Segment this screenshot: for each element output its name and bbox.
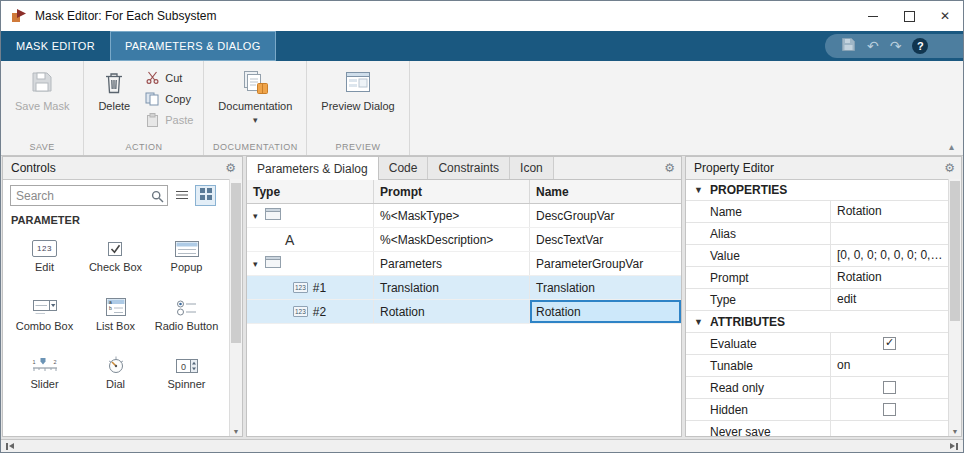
quick-save-icon[interactable] xyxy=(841,37,856,56)
palette-item-list-box[interactable]: a b List Box xyxy=(83,292,149,333)
ribbon-spacer: ▴ xyxy=(410,61,963,155)
property-row-alias: Alias xyxy=(686,223,948,245)
grid-view-button[interactable] xyxy=(195,185,216,206)
hidden-checkbox[interactable] xyxy=(883,403,896,416)
evaluate-checkbox[interactable]: ✓ xyxy=(883,337,896,350)
palette-item-radio-button[interactable]: Radio Button xyxy=(154,292,220,333)
parameter-section-label: PARAMETER xyxy=(3,209,242,227)
expander-icon[interactable]: ▾ xyxy=(253,259,265,269)
svg-text:b: b xyxy=(109,304,112,310)
save-mask-button[interactable]: Save Mask xyxy=(7,64,77,140)
tab-parameters-and-dialog[interactable]: PARAMETERS & DIALOG xyxy=(110,31,276,61)
read-only-checkbox[interactable] xyxy=(883,381,896,394)
search-input[interactable] xyxy=(11,187,152,206)
list-view-button[interactable] xyxy=(171,185,192,206)
prompt-cell: %<MaskDescription> xyxy=(374,228,530,251)
dialog-panel: Parameters & Dialog Code Constraints Ico… xyxy=(246,156,682,437)
attribute-value[interactable]: on xyxy=(831,355,948,376)
palette-item-slider[interactable]: 1 2 Slider xyxy=(12,350,78,391)
palette-item-edit[interactable]: 123 Edit xyxy=(12,233,78,274)
property-value[interactable]: [0, 0, 0; 0, 0, 0; 0, 0, 0; ... xyxy=(831,245,948,266)
table-row-rotation[interactable]: 123 #2 Rotation Rotation xyxy=(247,300,681,324)
close-button[interactable]: ✕ xyxy=(927,1,963,31)
scroll-down-icon[interactable]: ▼ xyxy=(230,428,242,435)
list-box-icon: a b xyxy=(106,292,126,316)
table-row-translation[interactable]: 123 #1 Translation Translation xyxy=(247,276,681,300)
property-scrollbar[interactable]: ▼ xyxy=(948,179,961,436)
tab-parameters-dialog[interactable]: Parameters & Dialog xyxy=(247,157,379,180)
attribute-row-evaluate: Evaluate ✓ xyxy=(686,333,948,355)
section-properties[interactable]: ▼ PROPERTIES xyxy=(686,179,948,201)
palette-item-combo-box[interactable]: Combo Box xyxy=(12,292,78,333)
table-row-parameters-group[interactable]: ▾ Parameters ParameterGroupVar xyxy=(247,252,681,276)
controls-scrollbar-thumb[interactable] xyxy=(231,183,241,343)
scissors-icon xyxy=(144,71,160,84)
property-value[interactable]: edit xyxy=(831,289,948,310)
maximize-icon xyxy=(904,11,915,22)
redo-icon[interactable]: ↷ xyxy=(890,39,902,53)
preview-dialog-label: Preview Dialog xyxy=(321,100,394,112)
palette-item-label: Popup xyxy=(171,261,203,274)
save-group-label: SAVE xyxy=(1,140,83,155)
undo-icon[interactable]: ↶ xyxy=(867,39,879,53)
delete-button[interactable]: Delete xyxy=(90,64,138,140)
cut-button[interactable]: Cut xyxy=(140,67,197,88)
row-index: #1 xyxy=(313,281,326,295)
help-icon[interactable]: ? xyxy=(912,38,928,54)
column-header-prompt: Prompt xyxy=(374,180,530,203)
copy-label: Copy xyxy=(165,93,191,105)
palette-item-spinner[interactable]: 0 Spinner xyxy=(154,350,220,391)
app-icon xyxy=(11,8,27,24)
trash-icon xyxy=(105,69,123,95)
palette-item-popup[interactable]: Popup xyxy=(154,233,220,274)
tab-mask-editor[interactable]: MASK EDITOR xyxy=(1,31,110,61)
palette-item-label: List Box xyxy=(96,320,135,333)
tab-code[interactable]: Code xyxy=(379,157,429,179)
collapse-left-panel-icon[interactable] xyxy=(6,443,14,450)
attribute-row-read-only: Read only xyxy=(686,377,948,399)
property-value[interactable] xyxy=(831,223,948,244)
property-value[interactable]: Rotation xyxy=(831,201,948,222)
collapse-right-panel-icon[interactable] xyxy=(950,443,958,450)
documentation-button[interactable]: Documentation ▾ xyxy=(210,64,300,140)
minimize-button[interactable] xyxy=(855,1,891,31)
documentation-group-label: DOCUMENTATION xyxy=(204,140,306,155)
name-cell-selected[interactable]: Rotation xyxy=(530,300,681,323)
search-row xyxy=(3,179,242,209)
collapse-ribbon-icon[interactable]: ▴ xyxy=(949,141,954,152)
save-mask-icon xyxy=(30,69,54,95)
property-scrollbar-thumb[interactable] xyxy=(950,181,960,321)
property-gear-icon[interactable]: ⚙ xyxy=(944,161,955,175)
property-editor-header: Property Editor ⚙ xyxy=(686,157,961,180)
maximize-button[interactable] xyxy=(891,1,927,31)
copy-button[interactable]: Copy xyxy=(140,88,197,109)
mask-editor-window: Mask Editor: For Each Subsystem ✕ MASK E… xyxy=(0,0,964,453)
paste-label: Paste xyxy=(165,114,193,126)
name-cell: DescGroupVar xyxy=(530,204,681,227)
dialog-gear-icon[interactable]: ⚙ xyxy=(664,161,675,175)
svg-text:0: 0 xyxy=(181,362,186,372)
expander-icon[interactable]: ▾ xyxy=(253,211,265,221)
table-row-mask-description[interactable]: A %<MaskDescription> DescTextVar xyxy=(247,228,681,252)
attribute-row-partial: Never save xyxy=(686,421,948,436)
table-row-mask-type[interactable]: ▾ %<MaskType> DescGroupVar xyxy=(247,204,681,228)
attribute-label: Evaluate xyxy=(686,333,831,354)
paste-button[interactable]: Paste xyxy=(140,109,197,130)
section-expander-icon[interactable]: ▼ xyxy=(686,179,710,200)
popup-icon xyxy=(175,233,199,257)
tab-constraints[interactable]: Constraints xyxy=(428,157,510,179)
section-expander-icon[interactable]: ▼ xyxy=(686,311,710,332)
minimize-icon xyxy=(868,16,878,17)
palette-item-checkbox[interactable]: Check Box xyxy=(83,233,149,274)
scroll-down-icon[interactable]: ▼ xyxy=(949,428,961,435)
name-cell: ParameterGroupVar xyxy=(530,252,681,275)
palette-item-label: Edit xyxy=(35,261,54,274)
property-value[interactable]: Rotation xyxy=(831,267,948,288)
controls-scrollbar[interactable]: ▼ xyxy=(229,179,242,436)
check-icon: ✓ xyxy=(885,337,894,348)
palette-item-dial[interactable]: Dial xyxy=(83,350,149,391)
section-attributes[interactable]: ▼ ATTRIBUTES xyxy=(686,311,948,333)
tab-icon[interactable]: Icon xyxy=(510,157,554,179)
preview-dialog-button[interactable]: Preview Dialog xyxy=(313,64,402,140)
controls-gear-icon[interactable]: ⚙ xyxy=(225,161,236,175)
